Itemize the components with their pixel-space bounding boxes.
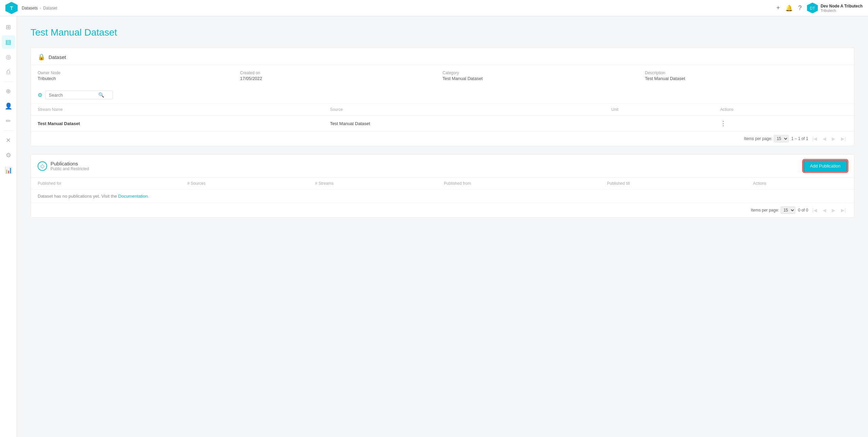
sidebar-item-datasets[interactable]: ▤ (2, 35, 15, 49)
sidebar-item-settings[interactable]: ⚙ (2, 148, 15, 162)
publications-header-left: Publications Public and Restricted (38, 161, 89, 171)
avatar: DT (807, 3, 818, 14)
streams-page-info: 1 – 1 of 1 (791, 136, 808, 141)
streams-table-header: Stream Name Source Unit Actions (31, 104, 854, 116)
publications-table: Published for # Sources # Streams Publis… (31, 178, 854, 203)
breadcrumb-current: Dataset (43, 6, 57, 11)
sidebar-item-chart[interactable]: 📊 (2, 163, 15, 177)
streams-first-page-button[interactable]: |◀ (811, 135, 819, 142)
user-text: Dev Node A Tributech Tributech (821, 4, 863, 13)
search-bar: ⚙ 🔍 (31, 86, 854, 104)
main-content: Test Manual Dataset 🔒 Dataset Owner Node… (17, 16, 868, 437)
pub-last-page-button[interactable]: ▶| (840, 207, 847, 214)
user-name: Dev Node A Tributech (821, 4, 863, 8)
col-source: Source (323, 104, 605, 116)
pub-col-streams: # Streams (308, 178, 437, 190)
sidebar-item-tools[interactable]: ✕ (2, 134, 15, 147)
cell-stream-name: Test Manual Dataset (31, 116, 323, 132)
sidebar-item-people[interactable]: 👤 (2, 99, 15, 113)
dataset-section: 🔒 Dataset Owner Node Tributech Created o… (31, 47, 854, 146)
help-button[interactable]: ? (798, 4, 802, 12)
tools-icon: ✕ (6, 137, 11, 144)
publications-subtitle: Public and Restricted (51, 166, 89, 171)
sidebar-divider-2 (3, 131, 14, 131)
page-title: Test Manual Dataset (31, 27, 854, 38)
top-nav-right: + 🔔 ? DT Dev Node A Tributech Tributech (776, 3, 863, 14)
publications-pagination: Items per page: 15 25 50 0 of 0 |◀ ◀ ▶ ▶… (31, 203, 854, 217)
notifications-button[interactable]: 🔔 (785, 4, 793, 12)
print-icon: ⎙ (6, 68, 10, 76)
pub-col-actions: Actions (746, 178, 854, 190)
documentation-link[interactable]: Documentation (118, 194, 148, 199)
sidebar-item-dashboard[interactable]: ⊞ (2, 20, 15, 34)
publications-table-header: Published for # Sources # Streams Publis… (31, 178, 854, 190)
meta-created-on: Created on 17/05/2022 (240, 71, 442, 81)
pub-page-info: 0 of 0 (798, 208, 808, 213)
streams-items-per-page-label: Items per page: 15 25 50 (744, 135, 788, 142)
globe-icon: ⊕ (6, 87, 11, 95)
user-info: DT Dev Node A Tributech Tributech (807, 3, 863, 14)
sidebar-item-print[interactable]: ⎙ (2, 65, 15, 79)
publications-title-group: Publications Public and Restricted (51, 161, 89, 171)
publications-header: Publications Public and Restricted Add P… (31, 155, 854, 178)
app-logo: T (5, 2, 18, 14)
add-button[interactable]: + (776, 4, 780, 12)
search-input-wrap: 🔍 (45, 91, 113, 99)
settings-icon: ⚙ (6, 152, 11, 159)
sidebar: ⊞ ▤ ◎ ⎙ ⊕ 👤 ✏ ✕ ⚙ 📊 (0, 16, 17, 437)
pub-col-sources: # Sources (180, 178, 308, 190)
meta-description: Description Test Manual Dataset (645, 71, 847, 81)
dataset-section-header: 🔒 Dataset (31, 48, 854, 65)
publications-section: Publications Public and Restricted Add P… (31, 154, 854, 218)
publications-title: Publications (51, 161, 89, 166)
pub-col-published-from: Published from (437, 178, 600, 190)
top-navigation: T Datasets › Dataset + 🔔 ? DT Dev Node A… (0, 0, 868, 16)
publications-table-body: Dataset has no publications yet. Visit t… (31, 190, 854, 203)
dataset-section-title: Dataset (48, 54, 66, 60)
pub-items-per-page-label: Items per page: 15 25 50 (751, 206, 795, 214)
add-publication-button[interactable]: Add Publication (803, 160, 847, 172)
breadcrumb-parent[interactable]: Datasets (22, 6, 38, 11)
user-org: Tributech (821, 8, 863, 13)
row-actions-button[interactable]: ⋮ (720, 120, 727, 127)
pub-first-page-button[interactable]: |◀ (811, 207, 819, 214)
pub-col-published-for: Published for (31, 178, 180, 190)
people-icon: 👤 (5, 102, 12, 110)
table-row: Test Manual Dataset Test Manual Dataset … (31, 116, 854, 132)
streams-prev-page-button[interactable]: ◀ (821, 135, 828, 142)
meta-owner-node: Owner Node Tributech (38, 71, 240, 81)
breadcrumb-separator: › (40, 6, 41, 11)
meta-category: Category Test Manual Dataset (442, 71, 645, 81)
sources-icon: ◎ (6, 53, 11, 61)
sidebar-item-globe[interactable]: ⊕ (2, 84, 15, 98)
dataset-icon: 🔒 (38, 53, 45, 61)
sidebar-item-sources[interactable]: ◎ (2, 50, 15, 64)
streams-items-per-page-select[interactable]: 15 25 50 (774, 135, 789, 142)
sidebar-divider-1 (3, 81, 14, 82)
publications-empty-message: Dataset has no publications yet. Visit t… (31, 190, 854, 203)
streams-table-body: Test Manual Dataset Test Manual Dataset … (31, 116, 854, 132)
search-icon: 🔍 (98, 92, 104, 98)
dashboard-icon: ⊞ (6, 23, 11, 31)
pub-next-page-button[interactable]: ▶ (830, 207, 837, 214)
streams-table: Stream Name Source Unit Actions Test Man… (31, 104, 854, 131)
col-unit: Unit (605, 104, 713, 116)
streams-pagination: Items per page: 15 25 50 1 – 1 of 1 |◀ ◀… (31, 131, 854, 146)
pub-col-published-till: Published till (600, 178, 746, 190)
cell-source: Test Manual Dataset (323, 116, 605, 132)
pub-items-per-page-select[interactable]: 15 25 50 (781, 206, 795, 214)
breadcrumb: Datasets › Dataset (22, 6, 57, 11)
publications-empty-row: Dataset has no publications yet. Visit t… (31, 190, 854, 203)
col-actions: Actions (713, 104, 854, 116)
search-input[interactable] (49, 93, 96, 98)
streams-next-page-button[interactable]: ▶ (830, 135, 837, 142)
dataset-meta: Owner Node Tributech Created on 17/05/20… (31, 65, 854, 86)
sidebar-item-edit[interactable]: ✏ (2, 114, 15, 128)
filter-icon[interactable]: ⚙ (38, 92, 42, 98)
pub-prev-page-button[interactable]: ◀ (821, 207, 828, 214)
col-stream-name: Stream Name (31, 104, 323, 116)
edit-icon: ✏ (6, 117, 11, 125)
publications-icon (38, 161, 47, 171)
streams-last-page-button[interactable]: ▶| (840, 135, 847, 142)
chart-icon: 📊 (5, 166, 12, 174)
